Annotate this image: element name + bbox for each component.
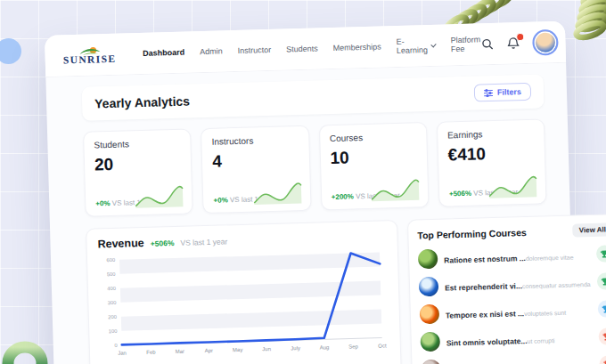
svg-text:Sep: Sep (348, 344, 359, 349)
svg-text:300: 300 (108, 300, 117, 305)
nav-item-memberships[interactable]: Memberships (333, 42, 381, 53)
sliders-filter-icon (484, 88, 493, 96)
dashboard-window: SUNRISE Dashboard Admin Instructor Stude… (45, 21, 578, 364)
stat-value: €410 (447, 143, 535, 166)
stat-label: Courses (330, 131, 417, 143)
nav-item-admin[interactable]: Admin (200, 46, 223, 56)
stat-value: 10 (330, 146, 417, 168)
stat-card-instructors[interactable]: Instructors 4 +0% VS last 1 year (201, 125, 311, 214)
notifications-bell-icon[interactable] (506, 36, 520, 50)
top-courses-title: Top Performing Courses (417, 226, 527, 239)
stat-card-students[interactable]: Students 20 +0% VS last 1 year (83, 128, 193, 216)
course-avatar (421, 359, 441, 364)
course-subtitle: consequatur assumenda (522, 281, 591, 289)
svg-text:0: 0 (114, 343, 117, 348)
course-avatar (420, 303, 440, 324)
trophy-icon (596, 272, 606, 290)
nav-item-label: E-Learning (396, 36, 428, 55)
revenue-chart-card: Revenue +506% VS last 1 year 01002003004… (86, 220, 402, 364)
svg-text:500: 500 (107, 271, 116, 277)
svg-text:100: 100 (109, 328, 118, 334)
sparkline-chart (370, 174, 421, 203)
svg-text:Jun: Jun (262, 346, 271, 352)
course-title: Tempore ex nisi est ... (446, 309, 524, 320)
logo-text: SUNRISE (63, 54, 117, 66)
svg-text:Mar: Mar (176, 349, 185, 354)
sparkline-chart (252, 178, 303, 206)
header-actions (480, 28, 559, 56)
svg-text:July: July (291, 345, 300, 351)
stat-card-courses[interactable]: Courses 10 +200% VS last 1 year (318, 122, 429, 210)
view-all-button[interactable]: View All (572, 222, 606, 237)
trophy-icon (597, 300, 606, 318)
top-courses-header: Top Performing Courses View All (417, 222, 606, 241)
top-courses-card: Top Performing Courses View All Ratione … (407, 214, 606, 364)
stats-row: Students 20 +0% VS last 1 year Instructo… (83, 118, 546, 216)
revenue-title: Revenue (97, 237, 143, 250)
course-subtitle: doloremque vitae (526, 254, 574, 261)
sunrise-logo[interactable]: SUNRISE (62, 44, 116, 66)
filters-label: Filters (497, 87, 521, 97)
decor-green-torus-icon (1, 336, 49, 364)
trophy-icon (598, 328, 606, 345)
svg-text:400: 400 (107, 286, 116, 291)
svg-text:Feb: Feb (146, 350, 156, 355)
chevron-down-icon (430, 42, 437, 48)
stat-percent: +0% (95, 199, 110, 207)
course-avatar (420, 331, 440, 352)
svg-text:Oct: Oct (378, 343, 387, 348)
course-subtitle: ut corrupti (527, 337, 554, 344)
svg-text:Aug: Aug (320, 344, 330, 350)
sparkline-chart (487, 172, 538, 200)
nav-item-instructor[interactable]: Instructor (238, 45, 272, 55)
revenue-note: VS last 1 year (180, 237, 227, 247)
nav-item-e-learning[interactable]: E-Learning (396, 36, 436, 55)
notification-badge (516, 33, 524, 41)
stat-label: Students (94, 138, 181, 150)
course-avatar (418, 248, 438, 269)
nav-item-students[interactable]: Students (286, 44, 318, 53)
svg-text:Apr: Apr (205, 348, 214, 353)
decor-spring-icon (563, 0, 606, 44)
main-nav: Dashboard Admin Instructor Students Memb… (143, 35, 481, 62)
stat-value: 4 (212, 150, 299, 172)
user-avatar[interactable] (532, 28, 559, 55)
course-avatar (419, 276, 439, 296)
svg-text:600: 600 (106, 257, 115, 263)
stat-percent: +506% (449, 190, 471, 198)
nav-item-dashboard[interactable]: Dashboard (143, 48, 184, 58)
page-title-bar: Yearly Analytics Filters (82, 74, 545, 120)
svg-text:200: 200 (108, 314, 117, 320)
stat-percent: +0% (213, 196, 227, 204)
course-title: Ratione est nostrum ... (444, 254, 526, 265)
revenue-chart: 0100200300400500600JanFebMarAprMayJunJul… (98, 247, 388, 360)
page-title: Yearly Analytics (94, 93, 190, 110)
course-title: Sint omnis voluptate... (446, 336, 528, 348)
trophy-icon (595, 245, 606, 263)
course-title: Est reprehenderit vi... (445, 281, 522, 292)
svg-text:May: May (233, 347, 243, 352)
stat-label: Earnings (447, 128, 535, 141)
sparkline-chart (135, 182, 185, 210)
nav-item-platform-fee[interactable]: Platform Fee (450, 35, 480, 53)
svg-text:Jan: Jan (118, 351, 127, 356)
revenue-percent: +506% (151, 239, 175, 248)
stat-label: Instructors (212, 134, 299, 147)
search-icon[interactable] (480, 36, 495, 51)
stat-percent: +200% (332, 192, 354, 201)
course-subtitle: voluptates sunt (524, 309, 566, 316)
trophy-icon (599, 355, 606, 364)
filters-button[interactable]: Filters (474, 83, 532, 102)
stat-card-earnings[interactable]: Earnings €410 +506% VS last 1 year (437, 118, 547, 206)
stat-value: 20 (94, 153, 182, 175)
dashboard-body: Yearly Analytics Filters Students 20 +0%… (45, 63, 578, 364)
